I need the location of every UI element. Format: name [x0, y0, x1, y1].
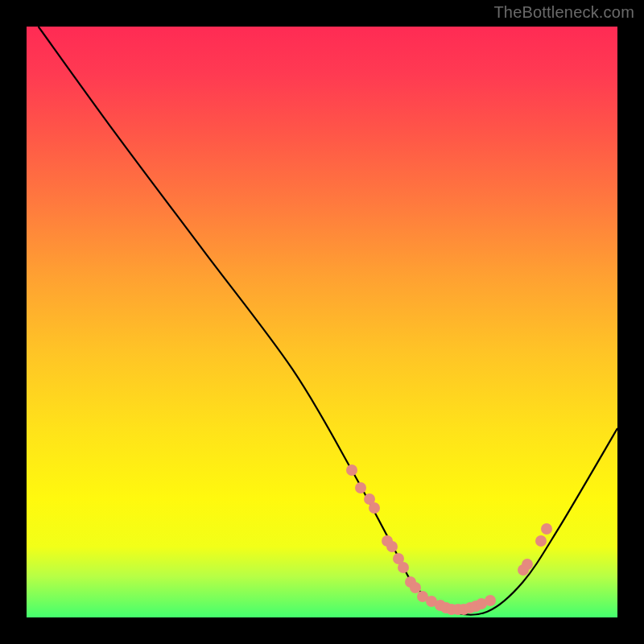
bottleneck-curve: [27, 27, 617, 617]
data-point-marker: [355, 482, 366, 493]
data-point-marker: [541, 523, 552, 535]
data-point-marker: [398, 562, 409, 573]
data-point-marker: [386, 541, 398, 552]
data-point-marker: [369, 502, 380, 514]
data-point-marker: [485, 595, 496, 606]
data-point-marker: [346, 464, 357, 476]
chart-plot-area: [27, 27, 617, 617]
data-point-marker: [535, 535, 547, 547]
data-point-marker: [522, 559, 533, 570]
watermark-text: TheBottleneck.com: [493, 3, 634, 22]
